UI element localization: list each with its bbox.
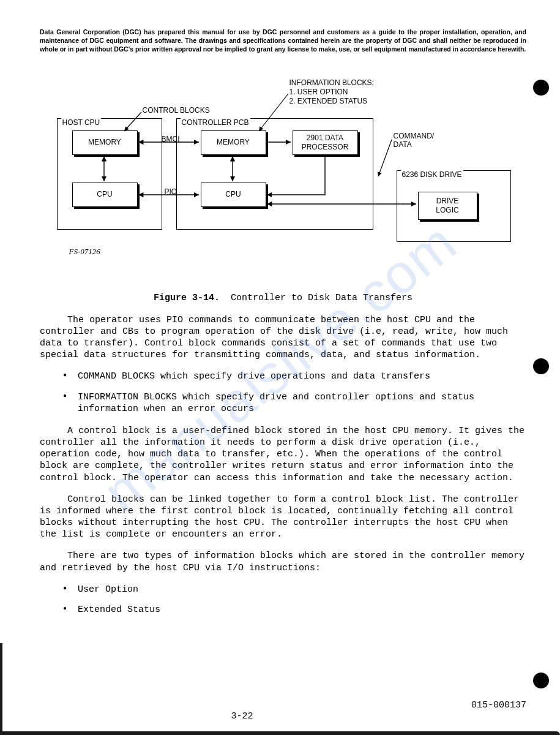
list-item: User Option xyxy=(63,584,526,596)
info-blocks-line1: 1. USER OPTION xyxy=(289,88,348,96)
paragraph-2: A control block is a user-defined block … xyxy=(40,425,526,484)
info-blocks-heading: INFORMATION BLOCKS: xyxy=(289,78,374,87)
scan-edge-left xyxy=(0,643,2,735)
figure-title: Controller to Disk Data Transfers xyxy=(231,293,413,303)
bmci-label: BMCI xyxy=(162,135,180,143)
scan-edge-bottom xyxy=(0,731,560,735)
info-blocks-line2: 2. EXTENDED STATUS xyxy=(289,97,368,105)
data-processor-box: 2901 DATA PROCESSOR xyxy=(293,130,358,155)
host-cpu-box: CPU xyxy=(72,183,138,207)
host-cpu-title: HOST CPU xyxy=(61,118,102,127)
drive-logic-box: DRIVE LOGIC xyxy=(418,192,477,220)
figure-label: Figure 3-14. xyxy=(154,293,220,303)
controller-memory-box: MEMORY xyxy=(201,130,266,155)
document-number: 015-000137 xyxy=(471,700,526,710)
bullet-list-2: User Option Extended Status xyxy=(40,584,526,616)
page-number: 3-22 xyxy=(231,711,253,722)
host-memory-box: MEMORY xyxy=(72,130,138,155)
list-item: COMMAND BLOCKS which specify drive opera… xyxy=(63,371,526,383)
command-data-label: COMMAND/ DATA xyxy=(394,132,435,149)
fs-code: FS-07126 xyxy=(69,247,100,257)
list-item: INFORMATION BLOCKS which specify drive a… xyxy=(63,391,526,415)
figure-diagram: INFORMATION BLOCKS: 1. USER OPTION 2. EX… xyxy=(45,78,522,274)
paragraph-1: The operator uses PIO commands to commun… xyxy=(40,314,526,361)
pio-label: PIO xyxy=(165,187,177,196)
controller-cpu-box: CPU xyxy=(201,183,266,207)
paragraph-3: Control blocks can be linked together to… xyxy=(40,494,526,541)
controller-pcb-title: CONTROLLER PCB xyxy=(181,118,250,127)
disclaimer-text: Data General Corporation (DGC) has prepa… xyxy=(40,28,526,54)
paragraph-4: There are two types of information block… xyxy=(40,550,526,573)
control-blocks-label: CONTROL BLOCKS xyxy=(143,106,210,115)
svg-line-7 xyxy=(378,140,392,176)
disk-drive-title: 6236 DISK DRIVE xyxy=(401,170,463,179)
figure-caption: Figure 3-14. Controller to Disk Data Tra… xyxy=(40,293,526,303)
bullet-list-1: COMMAND BLOCKS which specify drive opera… xyxy=(40,371,526,415)
list-item: Extended Status xyxy=(63,604,526,616)
